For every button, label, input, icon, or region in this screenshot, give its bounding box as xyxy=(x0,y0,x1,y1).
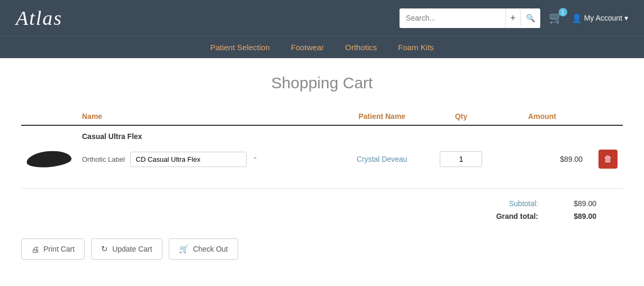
delete-button[interactable]: 🗑 xyxy=(598,150,618,169)
header-right: + 🔍 🛒 1 👤 My Account ▾ xyxy=(400,8,628,28)
cart-table: Name Patient Name Qty Amount Casual Ultr… xyxy=(21,108,623,183)
account-button[interactable]: 👤 My Account ▾ xyxy=(572,13,628,23)
col-action xyxy=(588,108,623,125)
nav-item-orthotics[interactable]: Orthotics xyxy=(345,43,377,52)
product-image xyxy=(26,149,72,169)
search-submit-button[interactable]: 🔍 xyxy=(520,10,540,26)
orthotic-label-input[interactable] xyxy=(130,152,247,167)
search-input[interactable] xyxy=(400,10,505,26)
update-cart-button[interactable]: ↻ Update Cart xyxy=(91,238,162,260)
header: Atlas + 🔍 🛒 1 👤 My Account ▾ xyxy=(0,0,644,36)
check-out-label: Check Out xyxy=(193,245,228,253)
amount-cell: $89.00 xyxy=(498,143,588,183)
update-cart-label: Update Cart xyxy=(112,245,152,253)
search-plus-button[interactable]: + xyxy=(505,8,520,28)
col-image xyxy=(21,108,77,125)
search-icon: 🔍 xyxy=(526,14,535,22)
main-content: Shopping Cart Name Patient Name Qty Amou… xyxy=(0,58,644,281)
subtotal-row: Subtotal: $89.00 xyxy=(21,197,623,210)
page-title: Shopping Cart xyxy=(21,74,623,92)
grand-total-row: Grand total: $89.00 xyxy=(21,210,623,223)
col-name: Name xyxy=(77,108,340,125)
product-name: Casual Ultra Flex xyxy=(77,125,623,143)
table-row: Casual Ultra Flex xyxy=(21,125,623,143)
delete-cell: 🗑 xyxy=(588,143,623,183)
product-image-cell xyxy=(21,143,77,183)
search-box: + 🔍 xyxy=(400,8,540,28)
qty-input[interactable] xyxy=(440,151,482,167)
print-cart-button[interactable]: 🖨 Print Cart xyxy=(21,238,85,260)
col-amount: Amount xyxy=(498,108,588,125)
cart-badge: 1 xyxy=(559,8,567,16)
print-icon: 🖨 xyxy=(31,245,39,254)
grand-total-label: Grand total: xyxy=(485,212,538,220)
nav-item-footwear[interactable]: Footwear xyxy=(291,43,324,52)
main-nav: Patient Selection Footwear Orthotics Foa… xyxy=(0,36,644,58)
dropdown-icon: ▾ xyxy=(624,14,628,22)
check-out-button[interactable]: 🛒 Check Out xyxy=(169,238,238,260)
user-icon: 👤 xyxy=(572,13,582,23)
subtotal-value: $89.00 xyxy=(554,199,596,208)
print-cart-label: Print Cart xyxy=(43,245,75,253)
table-row: Orthotic Label ⌃ Crystal Deveau $89.00 🗑 xyxy=(21,143,623,183)
trash-icon: 🗑 xyxy=(604,154,612,164)
orthotic-label-cell: Orthotic Label ⌃ xyxy=(77,143,340,183)
nav-item-foam-kits[interactable]: Foam Kits xyxy=(398,43,434,52)
totals-section: Subtotal: $89.00 Grand total: $89.00 xyxy=(21,188,623,223)
cart-icon-wrap[interactable]: 🛒 1 xyxy=(549,11,563,25)
update-icon: ↻ xyxy=(101,244,108,254)
nav-item-patient-selection[interactable]: Patient Selection xyxy=(210,43,270,52)
col-patient-name: Patient Name xyxy=(340,108,424,125)
account-label: My Account xyxy=(584,14,622,22)
orthotic-label-text: Orthotic Label xyxy=(82,155,125,163)
chevron-up-icon[interactable]: ⌃ xyxy=(252,156,258,163)
qty-cell xyxy=(424,143,498,183)
subtotal-label: Subtotal: xyxy=(485,199,538,208)
grand-total-value: $89.00 xyxy=(554,212,596,220)
patient-name-cell: Crystal Deveau xyxy=(340,143,424,183)
logo: Atlas xyxy=(16,6,62,30)
col-qty: Qty xyxy=(424,108,498,125)
action-buttons: 🖨 Print Cart ↻ Update Cart 🛒 Check Out xyxy=(21,238,623,260)
empty-cell xyxy=(21,125,77,143)
checkout-cart-icon: 🛒 xyxy=(179,244,189,254)
